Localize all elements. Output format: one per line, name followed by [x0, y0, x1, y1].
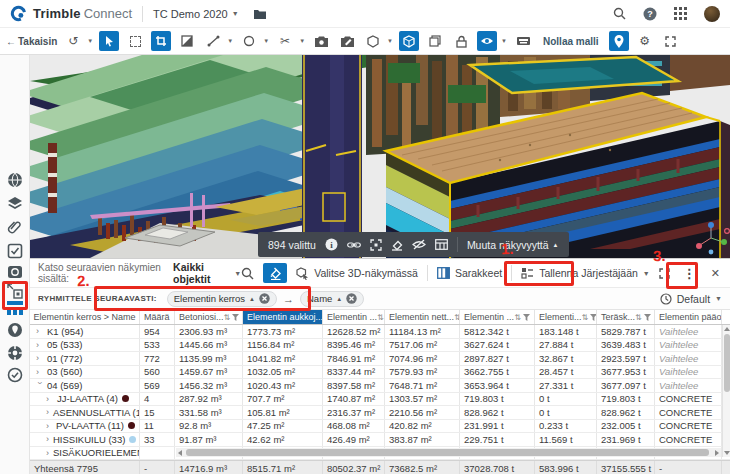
collapse-chevron-icon[interactable]: ›: [35, 382, 45, 389]
views-camera-icon[interactable]: [7, 264, 23, 280]
zoom-to-selection-icon[interactable]: [370, 239, 382, 251]
filter-funnel-icon[interactable]: [644, 314, 651, 321]
group-chip[interactable]: Elementin kerros▲: [167, 291, 277, 307]
expand-chevron-icon[interactable]: ›: [36, 326, 43, 336]
project-folder-icon[interactable]: [253, 8, 267, 20]
table-row[interactable]: ›05 (533)5331445.66 m³1156.84 m²8395.46 …: [30, 339, 730, 353]
ghost-mode-icon[interactable]: [363, 31, 383, 51]
save-to-organizer-button[interactable]: Tallenna Järjestäjään ▼: [521, 267, 650, 279]
markup-icon[interactable]: [337, 31, 357, 51]
table-row[interactable]: ›03 (560)5601459.67 m³1032.05 m²8337.44 …: [30, 366, 730, 380]
undo-icon[interactable]: ↺: [63, 31, 83, 51]
add-to-table-icon[interactable]: [435, 239, 448, 250]
expand-chevron-icon[interactable]: ›: [46, 434, 49, 444]
table-search-icon[interactable]: [241, 267, 254, 280]
apps-grid-icon[interactable]: [674, 7, 687, 20]
column-header[interactable]: Teräsk...⇅: [597, 310, 655, 324]
select-cursor-icon[interactable]: [99, 31, 119, 51]
table-row[interactable]: ›04 (569)5691456.32 m³1020.43 m²8397.58 …: [30, 379, 730, 393]
table-row[interactable]: ›JJ-LAATTA (4)4287.92 m³707.7 m²1740.87 …: [30, 393, 730, 407]
lock-icon[interactable]: [451, 31, 471, 51]
section-cut-icon[interactable]: ✂: [275, 31, 295, 51]
paint-icon[interactable]: [391, 239, 403, 251]
clone-view-icon[interactable]: [425, 31, 445, 51]
table-row[interactable]: ›PV-LAATTA (11)1192.8 m³47.25 m²468.08 m…: [30, 420, 730, 434]
fullscreen-icon[interactable]: [661, 31, 681, 51]
info-icon[interactable]: i: [325, 238, 338, 251]
ghost-dropdown-icon[interactable]: ▼: [387, 38, 393, 44]
model-3d-view[interactable]: [30, 55, 730, 258]
organizer-table-icon[interactable]: [6, 299, 24, 317]
dimensions-icon[interactable]: [7, 283, 23, 299]
solid-mode-icon[interactable]: [399, 31, 419, 51]
sort-icon[interactable]: ⇅: [377, 313, 384, 322]
expand-chevron-icon[interactable]: ›: [46, 394, 53, 404]
column-header[interactable]: Elementin kerros > Name: [30, 310, 140, 324]
column-header[interactable]: Määrä: [140, 310, 175, 324]
expand-chevron-icon[interactable]: ›: [36, 340, 43, 350]
filter-funnel-icon[interactable]: [590, 314, 597, 321]
sort-icon[interactable]: ⇅: [514, 313, 521, 322]
expand-chevron-icon[interactable]: ›: [36, 367, 43, 377]
lasso-dropdown-icon[interactable]: ▼: [263, 38, 269, 44]
table-row[interactable]: ›HISSIKUILU (33)3391.87 m³42.62 m²426.49…: [30, 433, 730, 447]
undo-dropdown-icon[interactable]: ▼: [87, 38, 93, 44]
location-pin-icon[interactable]: [609, 31, 629, 51]
expand-chevron-icon[interactable]: ›: [46, 448, 49, 458]
sort-icon[interactable]: ⇅: [635, 313, 642, 322]
column-header[interactable]: Elementin ...⇅: [323, 310, 385, 324]
models-icon[interactable]: [7, 172, 23, 188]
model-viewport[interactable]: 894 valittu i Muuta näkyvyyttä ▲: [30, 55, 730, 258]
crop-box-icon[interactable]: [151, 31, 171, 51]
back-button[interactable]: ←Takaisin: [6, 36, 57, 47]
settings-gear-icon[interactable]: ⚙: [635, 31, 655, 51]
change-visibility-button[interactable]: Muuta näkyvyyttä ▲: [467, 239, 559, 251]
expand-chevron-icon[interactable]: ›: [46, 407, 49, 417]
contrast-icon[interactable]: [177, 31, 197, 51]
marquee-select-icon[interactable]: [125, 31, 145, 51]
column-header[interactable]: Elementi...⇅: [535, 310, 597, 324]
group-chip[interactable]: Name▲: [300, 291, 364, 307]
visibility-dropdown-icon[interactable]: ▼: [501, 38, 507, 44]
extensions-icon[interactable]: [7, 345, 23, 361]
hide-icon[interactable]: [412, 239, 426, 250]
expand-chevron-icon[interactable]: ›: [36, 353, 43, 363]
table-row[interactable]: ›ASENNUSLATTIA (15)15331.58 m³105.81 m²2…: [30, 406, 730, 420]
sort-icon[interactable]: ⇅: [224, 313, 231, 322]
visibility-eye-icon[interactable]: [477, 31, 497, 51]
table-row[interactable]: ›K1 (954)9542306.93 m³1773.73 m²12628.52…: [30, 325, 730, 339]
horizontal-scrollbar[interactable]: [176, 448, 721, 457]
vertical-scrollbar[interactable]: [722, 325, 730, 457]
color-by-group-button[interactable]: [263, 263, 287, 283]
layers-icon[interactable]: [7, 196, 23, 212]
more-options-kebab-icon[interactable]: ⋮: [679, 266, 700, 281]
measure-icon[interactable]: [203, 31, 223, 51]
table-row[interactable]: ›01 (772)7721135.99 m³1041.82 m²7846.91 …: [30, 352, 730, 366]
sort-asc-icon[interactable]: ▲: [249, 296, 255, 302]
column-header[interactable]: Elementin pääosan ...⇅: [655, 310, 722, 324]
user-avatar[interactable]: [704, 6, 720, 22]
remove-chip-icon[interactable]: [346, 293, 357, 304]
remove-chip-icon[interactable]: [259, 293, 270, 304]
keyboard-icon[interactable]: [513, 31, 533, 51]
column-header[interactable]: Elementin ...⇅: [460, 310, 535, 324]
snapshot-icon[interactable]: [311, 31, 331, 51]
status-check-icon[interactable]: [7, 367, 23, 383]
attachments-icon[interactable]: [7, 220, 23, 236]
vertical-scrollbar-thumb[interactable]: [724, 334, 730, 392]
scope-selector[interactable]: Kaikki objektit▼: [173, 261, 241, 285]
lasso-icon[interactable]: [239, 31, 259, 51]
column-header[interactable]: Elementin nett...⇅: [385, 310, 460, 324]
expand-panel-icon[interactable]: [659, 268, 670, 279]
preset-selector[interactable]: Default ▼: [660, 293, 722, 305]
select-in-3d-button[interactable]: Valitse 3D-näkymässä: [296, 267, 418, 280]
section-dropdown-icon[interactable]: ▼: [299, 38, 305, 44]
search-icon[interactable]: [613, 7, 626, 20]
close-panel-icon[interactable]: ✕: [709, 267, 722, 280]
measure-dropdown-icon[interactable]: ▼: [227, 38, 233, 44]
column-header[interactable]: Betoniosi...⇅: [175, 310, 243, 324]
axis-gizmo[interactable]: [693, 218, 730, 256]
filter-funnel-icon[interactable]: [523, 314, 530, 321]
horizontal-scrollbar-thumb[interactable]: [186, 449, 709, 456]
reset-model-button[interactable]: Nollaa malli: [543, 36, 599, 47]
